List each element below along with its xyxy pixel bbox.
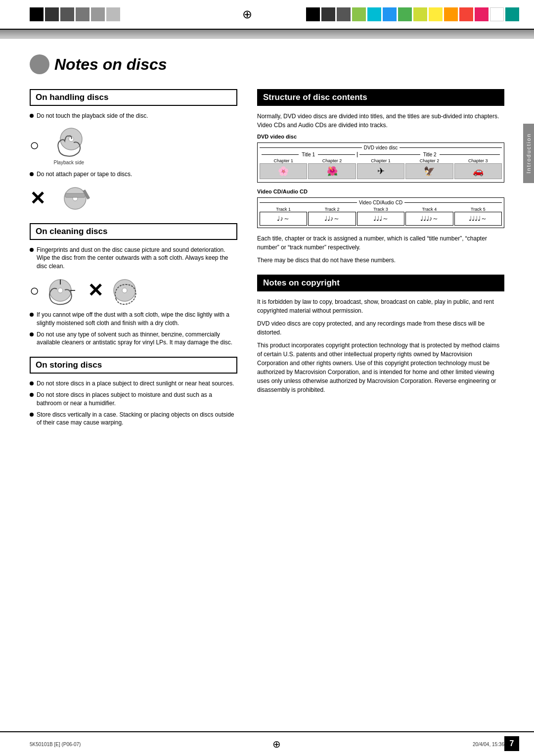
- vcd-track2: Track 2 ♩♩♪～: [308, 207, 356, 226]
- bullet-dot-c2: [30, 313, 34, 317]
- col-right: Structure of disc contents Normally, DVD…: [257, 89, 504, 437]
- structure-section: Structure of disc contents Normally, DVD…: [257, 89, 504, 265]
- cleaning-bullet3: Do not use any type of solvent such as t…: [30, 331, 237, 347]
- storing-bullet3: Store discs vertically in a case. Stacki…: [30, 411, 237, 427]
- x-mark-icon: ✕: [30, 189, 45, 208]
- bottom-crosshair: ⊕: [272, 738, 281, 750]
- handling-illustration: ○ Playback side: [30, 125, 237, 165]
- bullet-dot-c3: [30, 332, 34, 336]
- vcd-diagram-section: Video CD/Audio CD Video CD/Audio CD Trac…: [257, 189, 504, 228]
- color-block-black: [30, 7, 44, 21]
- color-block-light: [76, 7, 89, 21]
- cleaning-bullet2: If you cannot wipe off the dust with a s…: [30, 311, 237, 328]
- svg-point-9: [122, 288, 127, 293]
- page-number-box: 7: [504, 736, 519, 751]
- cleaning-header: On cleaning discs: [30, 223, 237, 240]
- title1-line: [262, 154, 299, 155]
- check-mark-icon: ○: [30, 136, 39, 154]
- structure-header: Structure of disc contents: [257, 89, 504, 106]
- handling-bullet2: Do not attach paper or tape to discs.: [30, 170, 237, 179]
- top-bar: [0, 0, 534, 30]
- copyright-para1: It is forbidden by law to copy, broadcas…: [257, 297, 504, 315]
- bottom-left-text: 5K50101B [E] (P06-07): [30, 742, 81, 747]
- color-block-lighter: [91, 7, 105, 21]
- svg-point-7: [58, 288, 63, 293]
- color-block-med: [60, 7, 74, 21]
- cb-r13: [490, 7, 504, 21]
- dvd-ch3: Chapter 1 ✈: [357, 158, 404, 179]
- color-block-lightest: [106, 7, 120, 21]
- vcd-top-label-text: Video CD/Audio CD: [359, 200, 402, 205]
- cb-r1: [306, 7, 320, 21]
- bullet-dot-s2: [30, 393, 34, 397]
- top-bar-left: [30, 4, 188, 24]
- main-content: Notes on discs On handling discs Do not …: [0, 40, 534, 731]
- handling-header: On handling discs: [30, 89, 237, 106]
- two-col-layout: On handling discs Do not touch the playb…: [30, 89, 504, 437]
- gradient-bar: [0, 30, 534, 39]
- playback-label: Playback side: [53, 160, 84, 165]
- ok-circle-icon: ○: [30, 282, 39, 300]
- dvd-line-left: [260, 147, 362, 148]
- no-tape-illustration: ✕: [30, 184, 237, 213]
- ch5-thumb: 🚗: [454, 163, 502, 179]
- bottom-right-text: 20/4/04, 15:36: [473, 742, 504, 747]
- vcd-track3: Track 3 ♩♩♩～: [357, 207, 404, 226]
- structure-note1: Each title, chapter or track is assigned…: [257, 234, 504, 252]
- dvd-chapters-row: Chapter 1 🌸 Chapter 2 🌺 Chapter 1 ✈: [260, 158, 502, 179]
- dvd-line-right: [400, 147, 502, 148]
- page-title: Notes on discs: [30, 54, 504, 74]
- dvd-top-label-row: DVD video disc: [260, 145, 502, 150]
- tape-disc-svg: [55, 184, 95, 213]
- bullet-dot-c1: [30, 248, 34, 252]
- dvd-ch1: Chapter 1 🌸: [260, 158, 307, 179]
- bullet-dot-s1: [30, 381, 34, 385]
- copyright-para3: This product incorporates copyright prot…: [257, 341, 504, 394]
- track1-notes: ♩♪～: [260, 212, 307, 226]
- dvd-titles-row: Title 1 Title 2: [260, 152, 502, 157]
- track4-notes: ♩♩♩♪～: [405, 212, 453, 226]
- storing-bullet1: Do not store discs in a place subject to…: [30, 379, 237, 388]
- structure-para1: Normally, DVD video discs are divided in…: [257, 112, 504, 130]
- x-cleaning-icon: ✕: [88, 281, 103, 300]
- col-left: On handling discs Do not touch the playb…: [30, 89, 237, 437]
- vcd-top-label-row: Video CD/Audio CD: [260, 200, 502, 205]
- ch3-thumb: ✈: [357, 163, 404, 179]
- vcd-track1: Track 1 ♩♪～: [260, 207, 307, 226]
- dvd-ch5: Chapter 3 🚗: [454, 158, 502, 179]
- cb-r5: [367, 7, 381, 21]
- cb-r4: [352, 7, 366, 21]
- vcd-line-right: [404, 202, 502, 203]
- page-number: 7: [510, 739, 514, 748]
- title2-line2: [440, 154, 500, 155]
- title2-line: [359, 154, 420, 155]
- track5-notes: ♩♩♩♩～: [454, 212, 502, 226]
- color-block-dark: [45, 7, 59, 21]
- cb-r9: [429, 7, 443, 21]
- color-blocks-right: [306, 7, 519, 21]
- top-bar-center: [188, 7, 306, 21]
- clean-x-svg: [107, 275, 142, 307]
- cleaning-x-pair: ✕: [88, 275, 142, 307]
- vcd-track5: Track 5 ♩♩♩♩～: [454, 207, 502, 226]
- cleaning-section: On cleaning discs Fingerprints and dust …: [30, 223, 237, 347]
- dvd-section-label: DVD video disc: [257, 134, 504, 140]
- bottom-bar: 5K50101B [E] (P06-07) ⊕ 20/4/04, 15:36: [0, 731, 534, 756]
- vcd-tracks-row: Track 1 ♩♪～ Track 2 ♩♩♪～ Track 3 ♩♩♩～: [260, 207, 502, 226]
- crosshair-icon: [240, 7, 254, 21]
- handling-section: On handling discs Do not touch the playb…: [30, 89, 237, 213]
- dvd-title1-cell: Title 1: [260, 152, 357, 157]
- handling-bullet1: Do not touch the playback side of the di…: [30, 112, 237, 120]
- cb-r8: [413, 7, 427, 21]
- copyright-section: Notes on copyright It is forbidden by la…: [257, 275, 504, 394]
- ch1-thumb: 🌸: [260, 163, 307, 179]
- track3-notes: ♩♩♩～: [357, 212, 404, 226]
- bullet-dot-s3: [30, 413, 34, 417]
- copyright-para2: DVD video discs are copy protected, and …: [257, 319, 504, 337]
- vcd-track4: Track 4 ♩♩♩♪～: [405, 207, 453, 226]
- cb-r11: [459, 7, 473, 21]
- dvd-diagram-section: DVD video disc DVD video disc Ti: [257, 134, 504, 183]
- vcd-diagram-box: Video CD/Audio CD Track 1 ♩♪～ Track 2: [257, 197, 504, 228]
- vcd-line-left: [260, 202, 357, 203]
- track2-notes: ♩♩♪～: [308, 212, 356, 226]
